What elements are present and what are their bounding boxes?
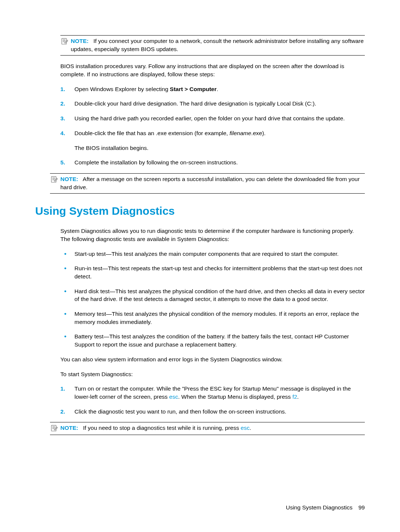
footer-title: Using System Diagnostics [286,504,353,511]
paragraph: BIOS installation procedures vary. Follo… [60,62,365,78]
note-label: NOTE: [71,38,89,44]
bullet-list: Start-up test—This test analyzes the mai… [60,250,365,349]
footer-page-number: 99 [359,504,365,511]
note-text-a: If you need to stop a diagnostics test w… [83,425,241,431]
list-item: Turn on or restart the computer. While t… [60,385,365,401]
note-label: NOTE: [60,425,78,431]
list-item: Double-click the file that has an .exe e… [60,129,365,152]
note-text-c: . [250,425,251,431]
ordered-list: Turn on or restart the computer. While t… [60,385,365,415]
note-content: NOTE: After a message on the screen repo… [60,175,365,191]
note-text: If you connect your computer to a networ… [71,38,364,52]
paragraph: You can also view system information and… [60,355,365,364]
note-box: NOTE: If you connect your computer to a … [60,35,365,56]
sub-paragraph: The BIOS installation begins. [74,144,365,152]
paragraph: To start System Diagnostics: [60,370,365,378]
list-item: Double-click your hard drive designation… [60,100,365,108]
list-item: Using the hard drive path you recorded e… [60,114,365,123]
note-box: NOTE: After a message on the screen repo… [50,173,365,194]
note-content: NOTE: If you connect your computer to a … [71,37,365,53]
list-item: Open Windows Explorer by selecting Start… [60,85,365,93]
note-content: NOTE: If you need to stop a diagnostics … [60,424,365,432]
list-item: Memory test—This test analyzes the physi… [60,310,365,326]
page-footer: Using System Diagnostics99 [286,503,365,512]
note-key: esc [241,425,250,431]
section-heading: Using System Diagnostics [35,203,365,219]
list-item: Hard disk test—This test analyzes the ph… [60,287,365,303]
note-label: NOTE: [60,176,78,182]
list-item: Click the diagnostic test you want to ru… [60,408,365,416]
paragraph: System Diagnostics allows you to run dia… [60,227,365,243]
list-item: Start-up test—This test analyzes the mai… [60,250,365,258]
note-icon [50,424,58,432]
note-icon [60,37,69,46]
ordered-list: Open Windows Explorer by selecting Start… [60,85,365,167]
list-item: Run-in test—This test repeats the start-… [60,264,365,280]
list-item: Complete the installation by following t… [60,158,365,167]
list-item: Battery test—This test analyzes the cond… [60,332,365,348]
note-box: NOTE: If you need to stop a diagnostics … [50,422,365,435]
note-icon [50,175,58,184]
note-text: After a message on the screen reports a … [60,176,360,190]
